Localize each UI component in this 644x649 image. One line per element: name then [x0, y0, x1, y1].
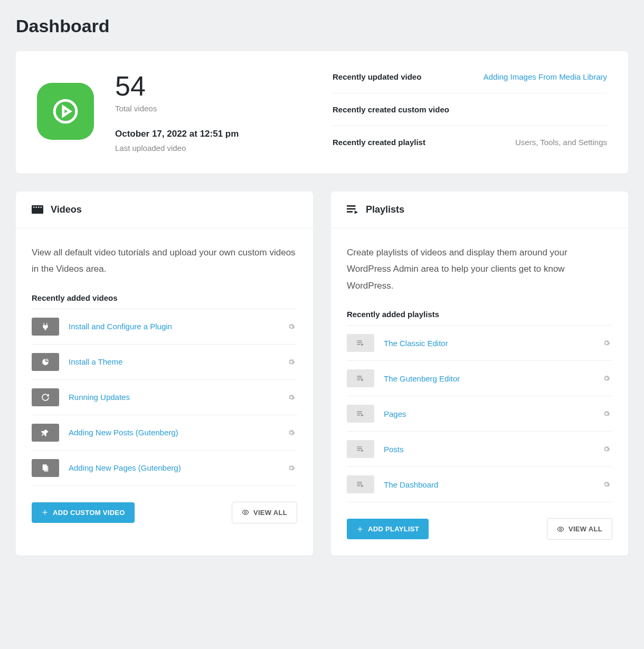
- playlist-item: Pages: [347, 396, 612, 432]
- playlist-item: The Classic Editor: [347, 326, 612, 361]
- svg-point-8: [244, 512, 247, 514]
- list-heading: Recently added playlists: [347, 310, 612, 319]
- gear-icon[interactable]: [286, 356, 297, 368]
- svg-rect-16: [357, 378, 362, 378]
- svg-rect-19: [357, 413, 362, 414]
- eye-icon: [557, 526, 564, 533]
- recent-value-link[interactable]: Adding Images From Media Library: [484, 72, 607, 81]
- svg-rect-18: [357, 412, 362, 412]
- video-item-link[interactable]: Adding New Pages (Gutenberg): [69, 463, 286, 472]
- playlist-thumb-icon: [347, 369, 374, 387]
- playlist-item: Posts: [347, 432, 612, 467]
- video-thumb-icon: [32, 424, 59, 442]
- svg-rect-7: [44, 466, 48, 472]
- gear-icon[interactable]: [286, 392, 297, 403]
- svg-rect-3: [35, 206, 37, 207]
- svg-rect-12: [357, 341, 362, 341]
- panel-header: Videos: [16, 192, 313, 228]
- panel-header: Playlists: [331, 192, 628, 228]
- view-all-playlists-button[interactable]: View All: [547, 518, 612, 540]
- recent-row: Recently created custom video: [333, 93, 607, 126]
- playlists-icon: [347, 205, 358, 215]
- stat-block: 54 Total videos October 17, 2022 at 12:5…: [115, 72, 239, 152]
- recent-label: Recently created custom video: [333, 105, 449, 114]
- svg-rect-20: [357, 415, 360, 415]
- playlist-item: The Dashboard: [347, 467, 612, 502]
- video-item-link[interactable]: Install and Configure a Plugin: [69, 322, 286, 331]
- panel-description: Create playlists of videos and display t…: [347, 244, 612, 294]
- svg-rect-24: [357, 482, 362, 483]
- playlist-item-link[interactable]: Pages: [384, 409, 601, 418]
- video-thumb-icon: [32, 459, 59, 477]
- svg-rect-17: [357, 379, 360, 380]
- playlist-item-link[interactable]: The Gutenberg Editor: [384, 374, 601, 383]
- playlists-list: The Classic EditorThe Gutenberg EditorPa…: [347, 325, 612, 502]
- last-upload-label: Last uploaded video: [115, 144, 239, 152]
- playlist-thumb-icon: [347, 475, 374, 493]
- gear-icon[interactable]: [601, 443, 612, 455]
- video-item: Adding New Pages (Gutenberg): [32, 451, 297, 486]
- video-item: Adding New Posts (Gutenberg): [32, 415, 297, 451]
- svg-rect-11: [347, 211, 353, 213]
- panel-description: View all default video tutorials and upl…: [32, 244, 297, 278]
- plus-icon: [41, 509, 49, 516]
- plus-icon: [356, 526, 364, 533]
- svg-rect-22: [357, 448, 362, 449]
- videos-panel: Videos View all default video tutorials …: [16, 192, 313, 556]
- videos-list: Install and Configure a PluginInstall a …: [32, 309, 297, 486]
- video-thumb-icon: [32, 388, 59, 406]
- svg-rect-2: [33, 206, 35, 207]
- recent-row: Recently updated video Adding Images Fro…: [333, 72, 607, 93]
- svg-rect-26: [357, 485, 360, 486]
- stats-card: 54 Total videos October 17, 2022 at 12:5…: [16, 51, 628, 174]
- svg-rect-13: [357, 342, 362, 343]
- stats-left: 54 Total videos October 17, 2022 at 12:5…: [37, 72, 322, 152]
- video-item-link[interactable]: Adding New Posts (Gutenberg): [69, 428, 286, 437]
- svg-rect-14: [357, 344, 360, 345]
- video-thumb-icon: [32, 353, 59, 371]
- svg-rect-5: [41, 206, 42, 207]
- recent-label: Recently updated video: [333, 72, 421, 81]
- button-label: View All: [253, 509, 287, 517]
- video-item-link[interactable]: Install a Theme: [69, 357, 286, 366]
- panel-title: Playlists: [366, 204, 404, 215]
- playlist-item-link[interactable]: Posts: [384, 445, 601, 454]
- total-videos-count: 54: [115, 72, 239, 100]
- playlist-item: The Gutenberg Editor: [347, 361, 612, 396]
- button-label: Add Custom Video: [53, 509, 125, 517]
- playlist-thumb-icon: [347, 334, 374, 352]
- gear-icon[interactable]: [286, 462, 297, 474]
- video-item: Install a Theme: [32, 345, 297, 380]
- video-item-link[interactable]: Running Updates: [69, 393, 286, 402]
- playlist-thumb-icon: [347, 440, 374, 458]
- page-title: Dashboard: [16, 16, 628, 36]
- svg-point-27: [560, 528, 562, 530]
- last-upload-time: October 17, 2022 at 12:51 pm: [115, 129, 239, 139]
- gear-icon[interactable]: [601, 373, 612, 384]
- eye-icon: [242, 509, 249, 516]
- playlist-item-link[interactable]: The Classic Editor: [384, 339, 601, 348]
- stats-right: Recently updated video Adding Images Fro…: [322, 72, 607, 152]
- gear-icon[interactable]: [286, 427, 297, 438]
- recent-value: Users, Tools, and Settings: [515, 138, 607, 147]
- button-label: Add Playlist: [368, 525, 419, 533]
- add-custom-video-button[interactable]: Add Custom Video: [32, 502, 135, 523]
- videos-icon: [32, 205, 43, 215]
- panel-title: Videos: [51, 204, 82, 215]
- svg-rect-25: [357, 484, 362, 484]
- svg-rect-23: [357, 450, 360, 451]
- button-label: View All: [569, 525, 602, 533]
- view-all-videos-button[interactable]: View All: [232, 502, 297, 523]
- video-thumb-icon: [32, 318, 59, 336]
- video-item: Install and Configure a Plugin: [32, 309, 297, 345]
- gear-icon[interactable]: [601, 408, 612, 419]
- gear-icon[interactable]: [286, 321, 297, 332]
- playlist-item-link[interactable]: The Dashboard: [384, 480, 601, 489]
- recent-row: Recently created playlist Users, Tools, …: [333, 126, 607, 147]
- svg-rect-15: [357, 376, 362, 377]
- gear-icon[interactable]: [601, 479, 612, 490]
- recent-label: Recently created playlist: [333, 138, 425, 147]
- gear-icon[interactable]: [601, 337, 612, 349]
- video-item: Running Updates: [32, 380, 297, 415]
- add-playlist-button[interactable]: Add Playlist: [347, 519, 429, 539]
